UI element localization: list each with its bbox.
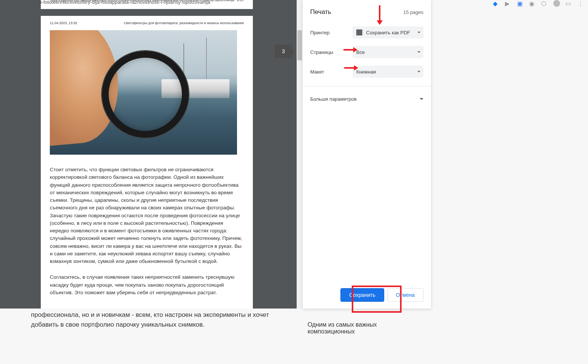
more-settings-label: Больше параметров (310, 96, 357, 102)
print-preview-area: https://top100photo.ru/blog/sovety-po-vy… (0, 0, 303, 309)
dialog-footer: Сохранить Отмена (303, 281, 431, 309)
preview-scrollbar-track[interactable] (297, 0, 303, 309)
bg-text-left: профессионала, но и и новичкам - всем, к… (31, 310, 276, 329)
annotation-arrow-right-1 (343, 49, 354, 51)
current-page-badge: 3 (275, 45, 292, 58)
article-image (50, 30, 237, 155)
extension-icon-3[interactable]: ▣ (517, 0, 524, 7)
partial-url: g/sovety-po-vyboru-fototekhniki/svetofil… (0, 0, 210, 5)
preview-scrollbar-thumb[interactable] (297, 30, 302, 60)
printer-row: Принтер Сохранить как PDF (303, 23, 431, 42)
article-body: Стоит отметить, что функции световых фил… (50, 166, 244, 296)
cancel-button[interactable]: Отмена (387, 288, 423, 302)
browser-toolbar-icons: ◆ ▶ ▣ ◉ ⬡ ▭ ⋮ (493, 0, 584, 7)
chevron-down-icon (417, 71, 420, 72)
chevron-down-icon (417, 51, 420, 53)
more-settings-toggle[interactable]: Больше параметров (303, 91, 431, 107)
annotation-arrow-right-2 (344, 67, 355, 69)
extension-icon-4[interactable]: ◉ (529, 0, 536, 7)
extension-icon-2[interactable]: ▶ (505, 0, 512, 7)
extension-icon-6[interactable]: ▭ (565, 0, 572, 7)
annotation-arrowhead-down (377, 20, 383, 25)
preview-page-3: 11.04.2023, 13:32 Светофильтры для фотоа… (41, 16, 253, 309)
page3-title: Светофильтры для фотоаппарата: разновидн… (124, 21, 244, 25)
annotation-arrowhead-right-2 (354, 65, 358, 71)
print-dialog-panel: Печать 15 pages Принтер Сохранить как PD… (303, 0, 431, 309)
profile-avatar-icon[interactable] (553, 0, 560, 7)
save-button[interactable]: Сохранить (340, 288, 384, 302)
dialog-header: Печать 15 pages (303, 0, 431, 23)
layout-value: Книжная (356, 69, 376, 75)
chevron-down-icon (420, 98, 423, 100)
pages-row: Страницы Все (303, 42, 431, 62)
paragraph-2: Согласитесь, в случае появления таких не… (50, 273, 244, 296)
printer-dropdown[interactable]: Сохранить как PDF (352, 26, 423, 38)
annotation-arrow-down (379, 5, 380, 21)
page2-indicator: 2/15 (237, 0, 243, 2)
extension-icon-1[interactable]: ◆ (493, 0, 500, 7)
pdf-icon (356, 29, 362, 35)
page-count-label: 15 pages (403, 9, 424, 15)
pages-dropdown[interactable]: Все (352, 46, 423, 58)
bg-text-right: Одним из самых важных композиционных (308, 321, 421, 335)
printer-value: Сохранить как PDF (366, 30, 410, 35)
settings-divider (303, 86, 431, 86)
layout-dropdown[interactable]: Книжная (352, 66, 423, 78)
annotation-arrowhead-right-1 (353, 47, 357, 52)
menu-icon[interactable]: ⋮ (577, 0, 584, 7)
printer-label: Принтер (310, 30, 352, 35)
pages-value: Все (356, 49, 365, 55)
dialog-title: Печать (310, 8, 331, 16)
layout-row: Макет Книжная (303, 62, 431, 81)
chevron-down-icon (417, 32, 420, 33)
paragraph-1: Стоит отметить, что функции световых фил… (50, 166, 244, 265)
extension-icon-5[interactable]: ⬡ (541, 0, 548, 7)
page3-date: 11.04.2023, 13:32 (50, 21, 77, 25)
layout-label: Макет (310, 69, 352, 75)
